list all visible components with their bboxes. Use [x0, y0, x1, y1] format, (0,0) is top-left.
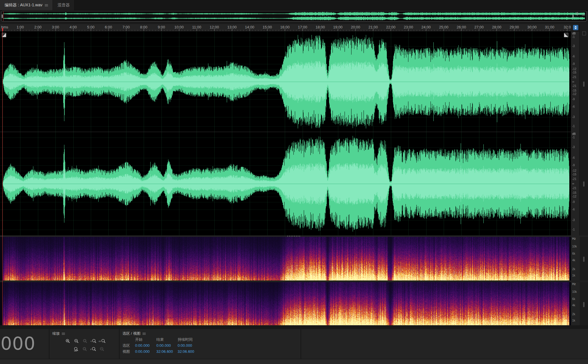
vertical-zoom-icon[interactable]	[582, 32, 586, 35]
zoom-to-in-out-points-button[interactable]: ‹›	[98, 338, 106, 344]
zoom-in-vertical-button	[81, 346, 89, 353]
zoom-out-horizontal-button[interactable]	[72, 338, 80, 344]
tab-editor[interactable]: 编辑器 : AUX1-1.wav	[0, 0, 53, 10]
db-scale-gutter[interactable]: dB-1-3-6-9-12-15-21∞-21-15-12-9-6-3-1 dB…	[571, 32, 580, 235]
tab-mixer-label: 混音器	[57, 3, 70, 8]
scale-unit-label: dB	[572, 32, 576, 35]
scale-tick-label: 4k	[572, 259, 575, 262]
zoom-in-at-in-point-button[interactable]: ‹	[90, 338, 97, 344]
ruler-minute-label: 19:00	[333, 25, 343, 29]
waveform-editor[interactable]	[0, 32, 571, 235]
scale-tick-label: -1	[572, 125, 575, 128]
scale-tick-label: 1k	[572, 274, 575, 277]
panel-tab-bar: 编辑器 : AUX1-1.wav 混音器	[0, 0, 588, 11]
zoom-in-at-out-point-button[interactable]: ›	[89, 346, 97, 353]
scale-tick-label: 2k	[572, 313, 575, 316]
scale-tick-label: -3	[572, 116, 575, 119]
ruler-minute-label: 21:00	[368, 25, 378, 29]
selection-duration-value[interactable]: 0:00.000	[178, 343, 205, 348]
scale-tick-label: 1k	[572, 319, 575, 322]
ruler-minute-label: 26:00	[457, 25, 466, 29]
ruler-minute-label: 1:00	[17, 25, 24, 29]
view-end-value[interactable]: 32:06.600	[156, 349, 178, 354]
zoom-out-vertical-button	[98, 346, 106, 353]
scale-tick-label: -3	[572, 45, 575, 48]
fade-out-handle-icon[interactable]	[564, 33, 568, 37]
channel-scroll-marker[interactable]	[583, 181, 585, 187]
ruler-minute-label: 5:00	[87, 25, 94, 29]
overview-left-handle[interactable]	[2, 14, 3, 18]
view-start-value[interactable]: 0:00.000	[135, 349, 156, 354]
channel-scroll-marker[interactable]	[583, 257, 585, 262]
selection-view-table: 开始 结束 持续时间 选区 0:00.000 0:00.000 0:00.000…	[122, 336, 205, 355]
scale-unit-label: dB	[572, 133, 576, 135]
view-duration-value[interactable]: 32:06.600	[178, 349, 205, 354]
ruler-minute-label: 2:00	[34, 25, 41, 29]
row-selection-label: 选区	[122, 343, 135, 348]
tab-mixer[interactable]: 混音器	[53, 0, 74, 10]
scale-tick-label: 4k	[572, 304, 575, 307]
navigator-options-icon[interactable]	[575, 12, 579, 17]
waveform-canvas[interactable]	[0, 32, 571, 235]
zoom-in-horizontal-button[interactable]	[64, 338, 72, 344]
zoom-panel-menu-icon[interactable]	[62, 332, 65, 335]
ruler-minute-label: 28:00	[492, 25, 501, 29]
scale-tick-label: -1	[572, 228, 575, 231]
channel-scroll-marker[interactable]	[583, 82, 585, 87]
ruler-minute-label: 25:00	[439, 25, 449, 29]
zoom-out-full-button[interactable]	[72, 346, 80, 353]
scale-tick-label: -21	[572, 76, 576, 79]
timeline-ruler[interactable]: hms 1:002:003:004:005:006:007:008:009:00…	[0, 24, 571, 31]
overview-canvas[interactable]	[2, 11, 586, 21]
ruler-minute-label: 9:00	[158, 25, 165, 29]
ruler-minute-label: 30:00	[527, 25, 537, 29]
selection-panel-menu-icon[interactable]	[143, 332, 146, 335]
ruler-minute-label: 23:00	[404, 25, 413, 29]
ruler-minute-label: 16:00	[280, 25, 290, 29]
ruler-minute-label: 18:00	[316, 25, 325, 29]
channel-split-line	[0, 132, 571, 132]
scale-tick-label: -12	[572, 195, 576, 198]
ruler-minute-label: 14:00	[245, 25, 254, 29]
scale-tick-label: -6	[572, 55, 575, 58]
hz-scale-channel-1: Hz10k6k4k2k1k	[571, 237, 580, 280]
playhead-marker[interactable]	[2, 28, 3, 31]
ruler-minute-label: 7:00	[122, 25, 130, 29]
status-bar	[0, 359, 588, 364]
panel-menu-icon[interactable]	[45, 4, 48, 7]
scale-tick-label: -15	[572, 71, 576, 74]
scale-tick-label: -21	[572, 187, 576, 190]
channel-scroll-marker[interactable]	[583, 302, 585, 307]
scale-tick-label: -15	[572, 191, 576, 194]
ruler-minute-label: 31:00	[545, 25, 554, 29]
db-scale-channel-2: dB-1-3-6-9-12-15-21∞-21-15-12-9-6-3-1	[571, 132, 580, 235]
selection-end-value[interactable]: 0:00.000	[156, 343, 178, 348]
arrow-down-icon	[574, 28, 577, 29]
playhead[interactable]	[2, 31, 3, 325]
navigator-grip-icon[interactable]	[582, 13, 585, 16]
ruler-minute-label: 13:00	[227, 25, 237, 29]
overview-right-handle[interactable]	[572, 14, 574, 18]
selection-start-value[interactable]: 0:00.000	[135, 343, 156, 348]
ruler-minute-label: 20:00	[351, 25, 360, 29]
scale-tick-label: -1	[572, 36, 575, 38]
scale-tick-label: 2k	[572, 268, 575, 271]
splitter-grip-icon[interactable]	[287, 236, 301, 237]
tab-editor-label: 编辑器 : AUX1-1.wav	[5, 3, 42, 8]
col-start: 开始	[135, 337, 156, 342]
scale-tick-label: -21	[572, 178, 576, 181]
ruler-minute-label: 12:00	[210, 25, 219, 29]
vertical-zoom-options-icon[interactable]	[573, 25, 578, 30]
ruler-minute-label: 10:00	[174, 25, 184, 29]
scale-tick-label: 6k	[572, 298, 575, 301]
overview-navigator[interactable]	[1, 11, 587, 22]
ruler-minute-label: 29:00	[510, 25, 519, 29]
scale-unit-label: Hz	[572, 237, 576, 240]
ruler-minute-label: 3:00	[52, 25, 59, 29]
scale-tick-label: -9	[572, 63, 575, 65]
row-view-label: 视图	[122, 349, 135, 354]
col-end: 结束	[156, 337, 178, 342]
panel-separator	[301, 329, 301, 359]
arrow-up-icon	[574, 26, 577, 27]
vertical-scroll-column[interactable]	[579, 24, 588, 325]
